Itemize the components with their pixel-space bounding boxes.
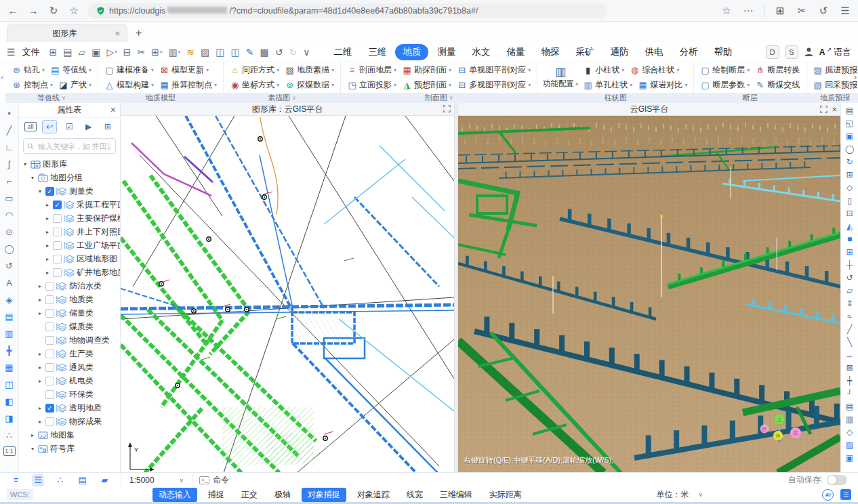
expand-arrow-icon[interactable]: ▸ — [37, 419, 43, 425]
snip-scissors-icon[interactable]: ✂ — [796, 5, 808, 17]
layer-checkbox[interactable] — [53, 241, 62, 250]
language-button[interactable]: A↗语言 — [819, 46, 851, 58]
maximize-icon[interactable] — [820, 106, 828, 113]
tree-item[interactable]: ▸工业广场平面图 — [19, 238, 120, 252]
ribbon-big-button[interactable]: ▥功能配置 ▾ — [541, 63, 580, 93]
ribbon-group-label[interactable]: 素描图∨ — [224, 93, 340, 103]
ribbon-group-label[interactable]: 剖面图∨ — [341, 93, 537, 103]
app-menu-icon[interactable]: ☰ — [7, 47, 16, 58]
checkbox-filter-button[interactable]: ☑ — [62, 121, 76, 133]
filter-all-button[interactable]: all — [24, 122, 37, 131]
layers-color-icon[interactable]: ≋ — [186, 47, 195, 58]
ribbon-button[interactable]: ▧回采预报 — [810, 79, 858, 91]
copy-icon[interactable]: ⊞▾ — [151, 47, 162, 58]
rotate-icon[interactable]: ↺ — [842, 271, 857, 284]
point-tool-icon[interactable]: • — [1, 105, 18, 121]
search-box[interactable] — [23, 138, 116, 154]
expand-arrow-icon[interactable]: ▸ — [37, 405, 43, 411]
pattern-icon[interactable]: ▩ — [260, 47, 268, 58]
badge-d-button[interactable]: D — [766, 45, 779, 59]
tab-close-icon[interactable]: × — [115, 28, 120, 39]
region-tool-icon[interactable]: ⌐ — [1, 173, 18, 189]
ai-assistant-button[interactable]: AI — [822, 489, 834, 501]
scale-1to1-icon[interactable]: 1:1 — [3, 446, 16, 456]
layer-checkbox[interactable] — [53, 255, 62, 264]
align-right-icon[interactable]: ▥ — [1, 325, 18, 341]
stretch-icon[interactable]: ⇕ — [842, 297, 857, 310]
ribbon-button[interactable]: ⊚探煤数据▾ — [282, 79, 337, 91]
menu-item[interactable]: 水文 — [464, 44, 497, 60]
ribbon-button[interactable]: ◉坐标方式▾ — [227, 79, 282, 91]
circle-select-icon[interactable]: ◯ — [842, 142, 857, 155]
unit-selector[interactable]: 单位：米 ∨ — [657, 489, 703, 501]
layer-checkbox[interactable]: ✓ — [45, 187, 54, 196]
trash-icon[interactable]: ▯ — [842, 194, 857, 207]
curve-tool-icon[interactable]: ↺ — [1, 257, 18, 274]
command-input[interactable]: >_ 命令 — [192, 473, 236, 487]
apps-grid-icon[interactable]: ⊞ — [774, 5, 786, 17]
copy-object-icon[interactable]: ⊡ — [842, 207, 857, 219]
text-tool-icon[interactable]: A — [1, 274, 18, 291]
expand-arrow-icon[interactable]: ▸ — [37, 310, 43, 316]
ribbon-scroll-right-icon[interactable]: › — [854, 72, 857, 82]
layer-checkbox[interactable] — [45, 363, 54, 372]
circle-tool-icon[interactable]: ⊙ — [1, 224, 18, 240]
polyline-tool-icon[interactable]: ∟ — [1, 139, 18, 155]
align-top-icon[interactable]: ▦ — [1, 359, 18, 375]
drafting-toggle[interactable]: 三维编辑 — [434, 488, 478, 502]
redo-icon[interactable]: ↻ — [289, 47, 297, 58]
ribbon-button[interactable]: ◮预想剖面▾ — [399, 79, 454, 91]
close-icon[interactable]: × — [832, 105, 837, 114]
view-2d[interactable]: 图形库：云GIS平台 — [121, 103, 454, 472]
tree-item[interactable]: ▾地图分组 — [19, 171, 120, 184]
offset-icon[interactable]: ▱ — [842, 284, 857, 297]
ribbon-button[interactable]: ⊜钻孔▾ — [9, 64, 47, 76]
drafting-toggle[interactable]: 线宽 — [401, 488, 429, 502]
fillet-icon[interactable]: ┘ — [842, 387, 857, 400]
menu-item[interactable]: 供电 — [637, 44, 670, 60]
list-view-button[interactable]: ≡ — [10, 474, 22, 486]
tree-view-button[interactable]: ☰ — [32, 474, 44, 486]
rect-select-icon[interactable]: ▣ — [842, 129, 857, 142]
ribbon-group-label[interactable]: 地质模型 — [98, 93, 223, 103]
ribbon-button[interactable]: ⌂间距方式▾ — [227, 64, 282, 76]
rect-tool-icon[interactable]: ▭ — [1, 190, 18, 206]
layer-checkbox[interactable] — [45, 282, 54, 291]
drafting-toggle[interactable]: 正交 — [235, 488, 264, 502]
layer-checkbox[interactable] — [45, 390, 54, 399]
menu-item[interactable]: 帮助 — [706, 44, 739, 60]
menu-item[interactable]: 二维 — [326, 44, 359, 60]
ribbon-button[interactable]: ⊛控制点▾ — [9, 79, 56, 91]
tree-item[interactable]: ▸✓采掘工程平面图 — [19, 198, 120, 211]
back-icon[interactable]: ← — [7, 5, 19, 17]
layer-checkbox[interactable] — [45, 417, 54, 426]
layer-checkbox[interactable]: ✓ — [53, 201, 62, 209]
layer-checkbox[interactable] — [45, 295, 54, 304]
measure-icon[interactable]: ↔ — [842, 348, 857, 361]
undo-icon[interactable]: ↺ — [275, 47, 283, 58]
map-3d-canvas[interactable]: 西 南 东 上 右键旋转(Q/E);中键平移(A/D);滚轮缩放(W/S); 右… — [458, 116, 840, 472]
move-icon[interactable]: ┼ — [842, 258, 857, 271]
ribbon-button[interactable]: ⊟多视图平剖对应▾ — [454, 79, 533, 91]
layer-checkbox[interactable]: ✓ — [45, 404, 54, 413]
notes-button[interactable]: ☰ — [840, 489, 851, 500]
block-3d-icon[interactable]: ■ — [842, 232, 857, 245]
box-3d-icon[interactable]: ◇ — [842, 425, 857, 438]
spline-tool-icon[interactable]: ∫ — [1, 156, 18, 172]
reselect-icon[interactable]: ↻ — [842, 155, 857, 168]
tree-item[interactable]: 地物调查类 — [19, 333, 120, 347]
tree-item[interactable]: ▸储量类 — [19, 306, 120, 320]
properties-icon[interactable]: ▤ — [842, 104, 857, 117]
expand-arrow-icon[interactable]: ▸ — [29, 432, 36, 438]
tree-item[interactable]: ▸地质类 — [19, 293, 120, 306]
menu-item[interactable]: 采矿 — [568, 44, 601, 60]
tree-item[interactable]: ▸矿井地形地质图 — [19, 266, 120, 279]
ribbon-group-label[interactable]: 柱状图 — [537, 93, 693, 103]
file-menu[interactable]: 文件 — [22, 46, 40, 58]
tree-item[interactable]: ▸地图集 — [19, 428, 120, 442]
distribute-icon[interactable]: ╋ — [1, 342, 18, 358]
cube-icon[interactable]: ◇ — [842, 181, 857, 194]
window-grid-icon[interactable]: ◫ — [216, 47, 224, 58]
columns-icon[interactable]: ◧ — [1, 393, 18, 409]
ribbon-button[interactable]: ▨地质素描▾ — [282, 64, 337, 76]
